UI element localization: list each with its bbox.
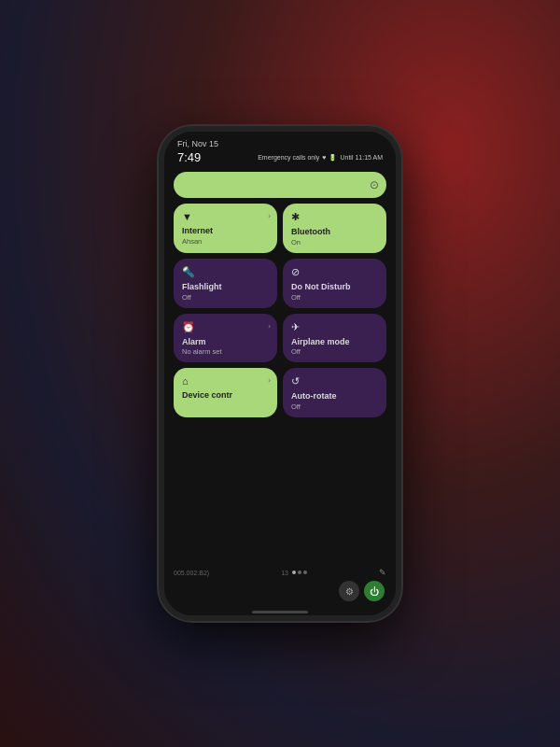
dot-1 [292, 571, 296, 574]
quick-settings-panel: ⊙ ▼ Internet Ahsan › ✱ Bluetooth On [164, 166, 396, 564]
flashlight-title: Flashlight [182, 282, 269, 292]
page-number: 13 [281, 570, 288, 576]
internet-icon: ▼ [182, 211, 269, 222]
dot-3 [303, 571, 307, 574]
emergency-text: Emergency calls only [258, 154, 319, 161]
dnd-subtitle: Off [291, 293, 378, 302]
edit-icon[interactable]: ✎ [379, 568, 386, 577]
device-controls-arrow: › [268, 376, 271, 385]
bottom-bar: 005.002.B2) 13 ✎ ⚙ ⏻ [164, 564, 396, 607]
bluetooth-subtitle: On [291, 238, 378, 247]
flashlight-icon: 🔦 [182, 266, 269, 278]
dnd-title: Do Not Disturb [291, 282, 378, 292]
tile-row-3: ⏰ Alarm No alarm set › ✈ Airplane mode O… [174, 314, 386, 363]
page-dots [292, 571, 307, 574]
version-text: 005.002.B2) [174, 570, 209, 576]
auto-rotate-title: Auto-rotate [291, 391, 378, 402]
alarm-tile[interactable]: ⏰ Alarm No alarm set › [174, 314, 277, 363]
until-text: Until 11:15 AM [340, 154, 383, 161]
auto-rotate-tile[interactable]: ↺ Auto-rotate Off [283, 368, 386, 417]
internet-tile[interactable]: ▼ Internet Ahsan › [174, 204, 277, 253]
airplane-subtitle: Off [291, 347, 378, 356]
internet-subtitle: Ahsan [182, 237, 269, 246]
alarm-title: Alarm [182, 337, 269, 347]
power-button[interactable]: ⏻ [364, 581, 385, 601]
flashlight-subtitle: Off [182, 293, 269, 302]
settings-icon: ⚙ [345, 586, 354, 597]
bluetooth-tile[interactable]: ✱ Bluetooth On [283, 204, 386, 253]
action-buttons: ⚙ ⏻ [174, 581, 386, 601]
airplane-title: Airplane mode [291, 337, 378, 347]
alarm-icon: ⏰ [182, 321, 269, 333]
dnd-tile[interactable]: ⊘ Do Not Disturb Off [283, 259, 386, 308]
tile-row-1: ▼ Internet Ahsan › ✱ Bluetooth On [174, 204, 386, 253]
home-indicator[interactable] [252, 611, 308, 613]
brightness-icon: ⊙ [370, 178, 379, 191]
auto-rotate-icon: ↺ [291, 375, 378, 388]
status-bar: Fri, Nov 15 7:49 Emergency calls only ♥ … [164, 132, 396, 166]
tile-row-4: ⌂ Device contr › ↺ Auto-rotate Off [174, 368, 386, 417]
device-controls-title: Device contr [182, 390, 269, 401]
settings-button[interactable]: ⚙ [339, 581, 359, 601]
tile-row-2: 🔦 Flashlight Off ⊘ Do Not Disturb Off [174, 259, 386, 308]
time-row: 7:49 Emergency calls only ♥ 🔋 Until 11:1… [177, 150, 383, 164]
internet-arrow: › [268, 212, 271, 220]
alarm-arrow: › [268, 322, 271, 331]
device-controls-tile[interactable]: ⌂ Device contr › [174, 368, 277, 417]
bluetooth-title: Bluetooth [291, 227, 378, 237]
alarm-subtitle: No alarm set [182, 347, 269, 356]
device-controls-icon: ⌂ [182, 375, 269, 387]
heart-icon: ♥ [322, 154, 326, 161]
dot-2 [298, 571, 301, 574]
auto-rotate-subtitle: Off [291, 402, 378, 411]
airplane-tile[interactable]: ✈ Airplane mode Off [283, 314, 386, 363]
date-display: Fri, Nov 15 [177, 139, 383, 148]
flashlight-tile[interactable]: 🔦 Flashlight Off [174, 259, 277, 308]
bluetooth-icon: ✱ [291, 211, 378, 223]
battery-icon: 🔋 [329, 154, 337, 162]
airplane-icon: ✈ [291, 321, 378, 333]
time-display: 7:49 [177, 150, 201, 164]
phone-screen: Fri, Nov 15 7:49 Emergency calls only ♥ … [164, 132, 396, 615]
power-icon: ⏻ [370, 586, 379, 597]
phone-device: Fri, Nov 15 7:49 Emergency calls only ♥ … [159, 126, 401, 621]
brightness-slider[interactable]: ⊙ [174, 172, 386, 198]
internet-title: Internet [182, 226, 269, 236]
dnd-icon: ⊘ [291, 266, 378, 278]
status-info: Emergency calls only ♥ 🔋 Until 11:15 AM [258, 154, 383, 162]
version-row: 005.002.B2) 13 ✎ [174, 568, 386, 577]
